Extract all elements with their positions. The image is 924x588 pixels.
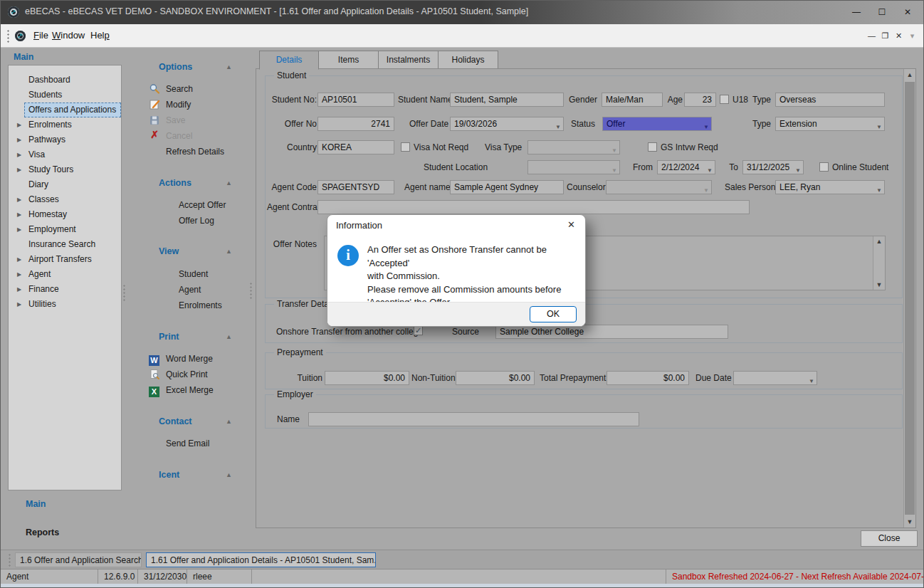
tree-expand-icon[interactable]: ▶	[17, 132, 21, 147]
agent-name-field[interactable]: Sample Agent Sydney	[450, 180, 564, 194]
content-scrollbar[interactable]: ▲ ▼	[903, 69, 915, 527]
view-enrolments[interactable]: Enrolments	[179, 298, 222, 313]
combo-arrow-icon[interactable]: ▼	[611, 145, 617, 154]
sidebar-item-airport-transfers[interactable]: ▶Airport Transfers	[10, 252, 120, 267]
action-cancel[interactable]: Cancel	[166, 129, 192, 143]
tree-expand-icon[interactable]: ▶	[17, 117, 21, 132]
sidebar-item-offers-and-applications[interactable]: Offers and Applications	[10, 103, 120, 117]
combo-arrow-icon[interactable]: ▼	[876, 184, 882, 194]
menu-help[interactable]: Help	[85, 24, 115, 47]
view-agent[interactable]: Agent	[179, 283, 201, 297]
sidebar-item-agent[interactable]: ▶Agent	[10, 267, 120, 282]
collapse-icon[interactable]: ▲	[226, 63, 232, 70]
non-tuition-field[interactable]: $0.00	[456, 371, 535, 385]
print-excel-merge[interactable]: Excel Merge	[166, 383, 214, 397]
combo-arrow-icon[interactable]: ▼	[703, 184, 709, 194]
tab-items[interactable]: Items	[318, 51, 379, 69]
student-location-combo[interactable]: ▼	[527, 160, 620, 174]
action-search[interactable]: Search	[166, 82, 193, 96]
collapse-icon[interactable]: ▲	[226, 179, 232, 187]
action-modify[interactable]: Modify	[166, 98, 191, 112]
action-save[interactable]: Save	[166, 113, 185, 127]
counselor-combo[interactable]: ▼	[606, 180, 712, 194]
tree-expand-icon[interactable]: ▶	[17, 162, 21, 177]
sidebar-item-students[interactable]: Students	[10, 88, 120, 103]
scroll-up-icon[interactable]: ▲	[873, 238, 885, 245]
tree-expand-icon[interactable]: ▶	[17, 267, 21, 282]
onshore-transfer-checkbox[interactable]: ✓	[414, 326, 423, 335]
combo-arrow-icon[interactable]: ▼	[611, 164, 617, 174]
due-date-combo[interactable]: ▼	[733, 371, 817, 385]
tuition-field[interactable]: $0.00	[325, 371, 409, 385]
sidebar-item-employment[interactable]: ▶Employment	[10, 222, 120, 237]
sidebar-item-classes[interactable]: ▶Classes	[10, 192, 120, 207]
action-refresh-details[interactable]: Refresh Details	[166, 145, 224, 159]
sidebar-item-enrolments[interactable]: ▶Enrolments	[10, 117, 120, 132]
student-no-field[interactable]: AP10501	[317, 93, 394, 107]
tree-expand-icon[interactable]: ▶	[17, 192, 21, 207]
tree-expand-icon[interactable]: ▶	[17, 252, 21, 267]
scroll-up-icon[interactable]: ▲	[904, 71, 915, 78]
sidebar-item-pathways[interactable]: ▶Pathways	[10, 132, 120, 147]
toolbar-grip[interactable]	[6, 29, 10, 43]
collapse-icon[interactable]: ▲	[226, 418, 232, 425]
maximize-icon[interactable]: ☐	[869, 1, 895, 24]
offer-notes-scrollbar[interactable]: ▲ ▼	[873, 236, 885, 290]
collapse-icon[interactable]: ▲	[226, 248, 232, 255]
panel-splitter[interactable]	[249, 282, 253, 300]
gs-intvw-reqd-checkbox[interactable]	[648, 142, 657, 152]
sidebar-item-dashboard[interactable]: Dashboard	[10, 73, 120, 88]
employer-name-field[interactable]	[308, 412, 639, 426]
doctab-offer-search[interactable]: 1.6 Offer and Application Search	[15, 552, 142, 567]
minimize-icon[interactable]: —	[844, 1, 869, 24]
menu-window[interactable]: Window	[46, 24, 90, 47]
sidebar-item-diary[interactable]: Diary	[10, 177, 120, 192]
age-field[interactable]: 23	[684, 93, 716, 107]
close-button[interactable]: Close	[861, 530, 918, 547]
sidebar-item-utilities[interactable]: ▶Utilities	[10, 297, 120, 312]
student-name-field[interactable]: Student, Sample	[450, 93, 564, 107]
type-field[interactable]: Overseas	[775, 93, 885, 107]
tree-expand-icon[interactable]: ▶	[17, 297, 21, 312]
combo-arrow-icon[interactable]: ▼	[809, 375, 814, 385]
action-accept-offer[interactable]: Accept Offer	[179, 198, 226, 212]
combo-arrow-icon[interactable]: ▼	[707, 164, 713, 174]
tab-holidays[interactable]: Holidays	[438, 51, 498, 69]
source-field[interactable]: Sample Other College	[495, 325, 728, 339]
collapse-icon[interactable]: ▲	[226, 471, 232, 478]
country-field[interactable]: KOREA	[317, 140, 394, 154]
ok-button[interactable]: OK	[530, 306, 577, 322]
offer-no-field[interactable]: 2741	[317, 117, 394, 131]
u18-checkbox[interactable]	[720, 95, 729, 104]
collapse-icon[interactable]: ▲	[226, 333, 232, 340]
mdi-restore-icon[interactable]: ❐	[878, 31, 892, 41]
mdi-pin-dropdown-icon[interactable]: ▾	[905, 31, 919, 41]
tree-expand-icon[interactable]: ▶	[17, 147, 21, 162]
tab-instalments[interactable]: Instalments	[378, 51, 439, 69]
scroll-down-icon[interactable]: ▼	[873, 281, 885, 288]
visa-type-combo[interactable]: ▼	[527, 140, 620, 154]
sales-person-combo[interactable]: LEE, Ryan▼	[775, 180, 885, 194]
offer-type-combo[interactable]: Extension▼	[775, 117, 885, 131]
tree-expand-icon[interactable]: ▶	[17, 222, 21, 237]
status-combo[interactable]: Offer▼	[602, 117, 712, 131]
close-icon[interactable]: ✕	[895, 1, 920, 24]
sidebar-item-insurance-search[interactable]: Insurance Search	[10, 237, 120, 252]
dialog-close-icon[interactable]: ✕	[567, 219, 575, 230]
combo-arrow-icon[interactable]: ▼	[876, 121, 882, 131]
print-word-merge[interactable]: Word Merge	[166, 352, 213, 366]
nav-splitter[interactable]	[122, 284, 126, 303]
nav-footer-main[interactable]: Main	[26, 499, 46, 509]
scrollbar-thumb[interactable]	[905, 82, 915, 515]
sidebar-item-visa[interactable]: ▶Visa	[10, 147, 120, 162]
tree-expand-icon[interactable]: ▶	[17, 207, 21, 222]
view-student[interactable]: Student	[179, 267, 208, 281]
agent-contract-field[interactable]	[317, 200, 750, 214]
visa-not-reqd-checkbox[interactable]	[401, 142, 410, 152]
tab-details[interactable]: Details	[259, 51, 319, 70]
scroll-down-icon[interactable]: ▼	[904, 518, 915, 525]
offer-date-combo[interactable]: 19/03/2026▼	[450, 117, 564, 131]
nav-footer-reports[interactable]: Reports	[26, 527, 59, 537]
total-prepayment-field[interactable]: $0.00	[607, 371, 689, 385]
sidebar-item-finance[interactable]: ▶Finance	[10, 282, 120, 297]
